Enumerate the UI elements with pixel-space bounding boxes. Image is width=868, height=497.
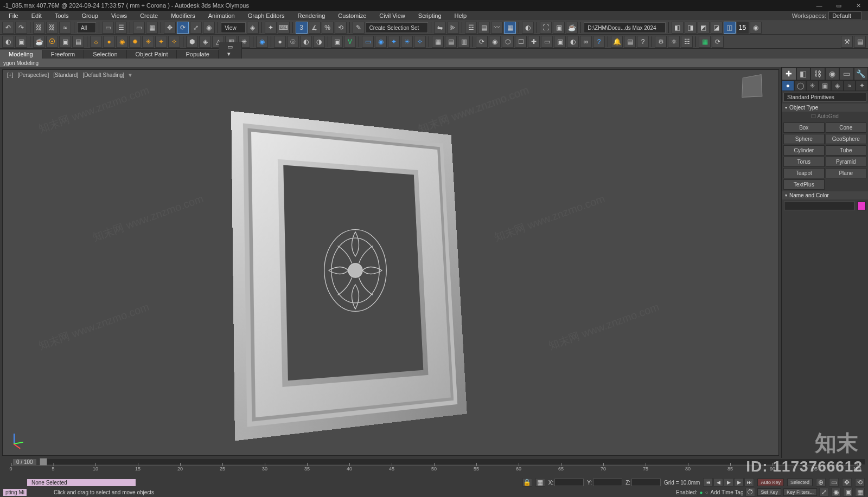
t2-43-icon[interactable]: ▤ xyxy=(624,36,636,48)
t2-42-icon[interactable]: 🔔 xyxy=(611,36,623,48)
menu-edit[interactable]: Edit xyxy=(25,12,48,19)
viewcube[interactable] xyxy=(742,74,762,98)
enabled-off[interactable]: ○ xyxy=(705,489,708,495)
geometry-subtab-icon[interactable]: ● xyxy=(782,80,794,91)
hierarchy-tab-icon[interactable]: ⛓ xyxy=(810,67,825,80)
menu-help[interactable]: Help xyxy=(448,12,474,19)
t2-5-icon[interactable]: ▣ xyxy=(59,36,71,48)
t2-10-icon[interactable]: ✹ xyxy=(129,36,141,48)
menu-create[interactable]: Create xyxy=(133,12,164,19)
ribbon-tab-populate[interactable]: Populate xyxy=(177,50,218,59)
t2-27-icon[interactable]: ✦ xyxy=(388,36,400,48)
primitive-category-dropdown[interactable]: Standard Primitives xyxy=(783,93,866,102)
t2-19-icon[interactable]: ◉ xyxy=(256,36,268,48)
key-filters-button[interactable]: Key Filters... xyxy=(783,488,817,496)
primitive-plane[interactable]: Plane xyxy=(826,168,867,178)
spacewarps-subtab-icon[interactable]: ≈ xyxy=(844,80,856,91)
systems-subtab-icon[interactable]: ✦ xyxy=(856,80,868,91)
y-coord-input[interactable] xyxy=(593,479,622,486)
t2-21-icon[interactable]: ⦾ xyxy=(287,36,299,48)
nav-a-icon[interactable]: ⊕ xyxy=(816,478,826,487)
menu-customize[interactable]: Customize xyxy=(331,12,373,19)
t2-44-icon[interactable]: ⚙ xyxy=(655,36,667,48)
t2-23-icon[interactable]: ◑ xyxy=(313,36,325,48)
vray-icon[interactable]: V xyxy=(344,36,356,48)
undo-icon[interactable]: ↶ xyxy=(2,22,14,34)
window-crossing-icon[interactable]: ▦ xyxy=(146,22,158,34)
frame-badge[interactable]: 15 xyxy=(737,22,749,34)
primitive-cylinder[interactable]: Cylinder xyxy=(783,145,825,156)
lock-selection-icon[interactable]: 🔒 xyxy=(522,478,532,487)
menu-group[interactable]: Group xyxy=(75,12,105,19)
t2-35-icon[interactable]: ⬡ xyxy=(502,36,514,48)
ribbon-tab-object-paint[interactable]: Object Paint xyxy=(127,50,177,59)
add-time-tag[interactable]: Add Time Tag xyxy=(710,489,743,495)
cameras-subtab-icon[interactable]: ▣ xyxy=(819,80,831,91)
t2-48-icon[interactable]: ⟳ xyxy=(712,36,724,48)
primitive-teapot[interactable]: Teapot xyxy=(783,168,825,178)
rect-region-icon[interactable]: ▭ xyxy=(133,22,145,34)
nav-f-icon[interactable]: ◉ xyxy=(831,488,841,496)
menu-graph-editors[interactable]: Graph Editors xyxy=(241,12,291,19)
keyboard-shortcut-icon[interactable]: ⌨ xyxy=(278,22,290,34)
use-center-icon[interactable]: ◈ xyxy=(247,22,259,34)
tool-d-icon[interactable]: ◪ xyxy=(711,22,723,34)
t2-37-icon[interactable]: ✚ xyxy=(528,36,540,48)
t2-3-icon[interactable]: ☕ xyxy=(33,36,45,48)
primitive-pyramid[interactable]: Pyramid xyxy=(826,157,867,167)
ribbon-tab-selection[interactable]: Selection xyxy=(84,50,126,59)
redo-icon[interactable]: ↷ xyxy=(15,22,27,34)
shapes-subtab-icon[interactable]: ◯ xyxy=(794,80,807,91)
t2-28-icon[interactable]: ☀ xyxy=(401,36,413,48)
timeline-ruler[interactable]: 0510152025303540455055606570758085909510… xyxy=(0,466,868,477)
t2-1-icon[interactable]: ◐ xyxy=(2,36,14,48)
time-slider-handle[interactable] xyxy=(40,458,47,466)
enabled-toggle[interactable]: ● xyxy=(699,489,703,495)
t2-25-icon[interactable]: ▭ xyxy=(362,36,374,48)
select-rotate-icon[interactable]: ⟳ xyxy=(177,22,189,34)
nav-h-icon[interactable]: ▦ xyxy=(855,488,865,496)
edit-named-sel-icon[interactable]: ✎ xyxy=(353,22,365,34)
select-object-icon[interactable]: ▭ xyxy=(102,22,114,34)
select-manipulate-icon[interactable]: ✦ xyxy=(265,22,277,34)
t2-31-icon[interactable]: ▤ xyxy=(445,36,457,48)
object-name-input[interactable] xyxy=(784,202,855,210)
primitive-cone[interactable]: Cone xyxy=(826,122,867,133)
ribbon-overflow[interactable]: ▭ ▾ xyxy=(219,42,242,59)
align-icon[interactable]: ⫸ xyxy=(447,22,459,34)
t2-36-icon[interactable]: ☐ xyxy=(515,36,527,48)
t2-33-icon[interactable]: ⟳ xyxy=(476,36,488,48)
t2-47-icon[interactable]: ▦ xyxy=(699,36,711,48)
t2-40-icon[interactable]: ◐ xyxy=(567,36,579,48)
t2-11-icon[interactable]: ☀ xyxy=(142,36,154,48)
t2-38-icon[interactable]: ▭ xyxy=(541,36,553,48)
lights-subtab-icon[interactable]: ☀ xyxy=(806,80,819,91)
goto-start-icon[interactable]: ⏮ xyxy=(703,478,713,487)
mirror-icon[interactable]: ⇋ xyxy=(434,22,446,34)
menu-views[interactable]: Views xyxy=(105,12,133,19)
t2-30-icon[interactable]: ▦ xyxy=(432,36,444,48)
autogrid-checkbox[interactable]: ☐ xyxy=(811,113,817,119)
select-move-icon[interactable]: ✥ xyxy=(164,22,176,34)
snap-toggle-icon[interactable]: 3 xyxy=(296,22,308,34)
project-path-dropdown[interactable]: D:\ZHM\Docu...ds Max 2024 xyxy=(584,22,665,33)
t2-right2-icon[interactable]: ▤ xyxy=(854,36,866,48)
ref-coord-dropdown[interactable]: View xyxy=(221,22,246,33)
percent-snap-icon[interactable]: % xyxy=(322,22,334,34)
autokey-button[interactable]: Auto Key xyxy=(757,479,784,486)
t2-14-icon[interactable]: ⬢ xyxy=(186,36,198,48)
tool-c-icon[interactable]: ◩ xyxy=(698,22,710,34)
t2-12-icon[interactable]: ✦ xyxy=(155,36,167,48)
modify-tab-icon[interactable]: ◧ xyxy=(796,67,811,80)
set-key-button[interactable]: Set Key xyxy=(757,488,781,496)
menu-scripting[interactable]: Scripting xyxy=(412,12,448,19)
t2-32-icon[interactable]: ▥ xyxy=(458,36,470,48)
tool-b-icon[interactable]: ◨ xyxy=(685,22,697,34)
maxscript-mini[interactable]: pting Mi xyxy=(3,489,27,496)
t2-41-icon[interactable]: ∞ xyxy=(580,36,592,48)
t2-15-icon[interactable]: ◈ xyxy=(199,36,211,48)
x-coord-input[interactable] xyxy=(554,479,584,486)
tool-e-icon[interactable]: ◫ xyxy=(724,22,736,34)
t2-39-icon[interactable]: ▣ xyxy=(554,36,566,48)
rollout-object-type[interactable]: Object Type xyxy=(782,104,868,112)
